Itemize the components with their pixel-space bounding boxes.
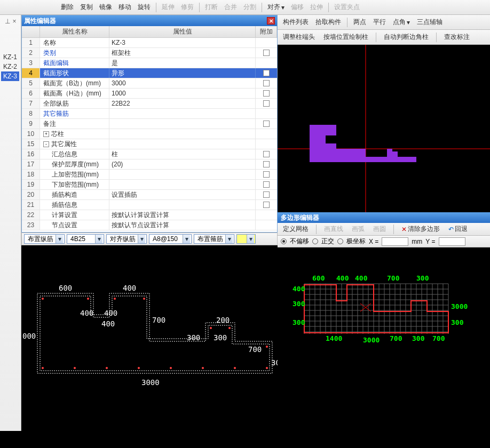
checkbox[interactable]: [263, 80, 270, 86]
align-button[interactable]: 对齐 ▾: [265, 2, 287, 13]
property-row[interactable]: 1名称KZ-3: [22, 38, 277, 48]
mirror-button[interactable]: 镜像: [97, 2, 114, 13]
close-icon[interactable]: ✕: [267, 17, 275, 25]
property-row[interactable]: 3截面编辑是: [22, 58, 277, 68]
property-row[interactable]: 5截面宽（B边）(mm)3000: [22, 78, 277, 89]
polar-radio[interactable]: [337, 238, 343, 244]
property-row[interactable]: 23节点设置按默认节点设置计算: [22, 220, 277, 230]
property-row[interactable]: 2类别框架柱: [22, 48, 277, 58]
checkbox[interactable]: [263, 50, 270, 56]
align-value-combo[interactable]: A8@150▾: [149, 234, 192, 244]
svg-text:300: 300: [214, 333, 227, 342]
pick-component-button[interactable]: 拾取构件: [313, 17, 343, 28]
split-button: 分割: [241, 2, 258, 13]
property-row[interactable]: 15-其它属性: [22, 139, 277, 149]
svg-point-26: [266, 367, 268, 369]
draw-line-button: 画直线: [322, 223, 345, 235]
checkbox[interactable]: [263, 121, 270, 127]
svg-point-17: [114, 298, 116, 300]
delete-button[interactable]: 删除: [59, 2, 76, 13]
model-viewport[interactable]: [278, 45, 490, 212]
polygon-coord-bar: 不偏移 正交 极坐标 X = mm Y =: [278, 236, 490, 247]
pin-icon[interactable]: ⊥: [5, 18, 10, 25]
ortho-radio[interactable]: [312, 238, 318, 244]
setgrip-button: 设置夹点: [332, 2, 362, 13]
pin-row: ⊥×: [0, 15, 21, 28]
property-row[interactable]: 9备注: [22, 119, 277, 129]
auto-judge-button[interactable]: 自动判断边角柱: [382, 31, 431, 43]
point-angle-button[interactable]: 点角 ▾: [391, 17, 412, 28]
checkbox[interactable]: [263, 100, 270, 107]
trim-button: 修剪: [179, 2, 196, 13]
property-editor-title[interactable]: 属性编辑器 ✕: [22, 15, 277, 26]
checkbox[interactable]: [263, 181, 270, 188]
clear-polygon-button[interactable]: ✕ 清除多边形: [399, 223, 442, 235]
close-icon[interactable]: ×: [12, 18, 16, 25]
checkbox[interactable]: [263, 151, 270, 157]
define-grid-button[interactable]: 定义网格: [281, 223, 311, 235]
svg-text:700: 700: [387, 274, 400, 282]
polygon-toolbar: 定义网格 画直线 画弧 画圆 ✕ 清除多边形 ↶ 回退: [278, 223, 490, 236]
property-editor: 属性编辑器 ✕ 属性名称 属性值 附加 1名称KZ-32类别框架柱3截面编辑是4…: [21, 15, 278, 233]
layout-hoop-combo[interactable]: 布置箍筋▾: [194, 234, 234, 244]
parallel-button[interactable]: 平行: [371, 17, 388, 28]
svg-text:700: 700: [248, 345, 262, 354]
stretch-button: 拉伸: [308, 2, 325, 13]
rotate-button[interactable]: 旋转: [136, 2, 153, 13]
svg-text:400: 400: [293, 285, 305, 293]
checkbox[interactable]: [263, 70, 270, 76]
svg-text:1400: 1400: [326, 334, 342, 342]
polygon-editor-title[interactable]: 多边形编辑器: [278, 212, 490, 223]
property-rows: 1名称KZ-32类别框架柱3截面编辑是4截面形状异形5截面宽（B边）(mm)30…: [22, 38, 277, 232]
three-point-button[interactable]: 三点辅轴: [415, 17, 445, 28]
checkbox[interactable]: [263, 191, 270, 198]
svg-point-24: [202, 367, 204, 369]
svg-point-15: [42, 298, 44, 300]
property-row[interactable]: 16汇总信息柱: [22, 149, 277, 159]
section-viewport[interactable]: 600 400 400 400 400 700 200 300 300 700 …: [21, 245, 278, 432]
property-row[interactable]: 17保护层厚度(mm)(20): [22, 159, 277, 170]
property-row[interactable]: 6截面高（H边）(mm)1000: [22, 89, 277, 99]
property-row[interactable]: 21插筋信息: [22, 200, 277, 210]
property-row[interactable]: 22计算设置按默认计算设置计算: [22, 210, 277, 220]
adjust-end-button[interactable]: 调整柱端头: [281, 31, 317, 43]
svg-text:400: 400: [101, 319, 115, 328]
property-row[interactable]: 7全部纵筋22B22: [22, 99, 277, 109]
undo-button[interactable]: ↶ 回退: [446, 223, 470, 235]
x-input[interactable]: [382, 237, 408, 246]
vertical-value-combo[interactable]: 4B25▾: [67, 234, 104, 244]
svg-text:300: 300: [187, 333, 200, 342]
layout-vertical-combo[interactable]: 布置纵筋▾: [24, 234, 65, 244]
move-button[interactable]: 移动: [116, 2, 133, 13]
property-row[interactable]: 19下加密范围(mm): [22, 180, 277, 190]
checkbox[interactable]: [263, 202, 270, 208]
svg-text:300: 300: [412, 334, 425, 342]
kz-item-3[interactable]: KZ-3: [1, 71, 19, 81]
y-label: Y =: [425, 238, 435, 245]
property-row[interactable]: 4截面形状异形: [22, 68, 277, 78]
svg-text:400: 400: [104, 309, 117, 317]
align-vertical-combo[interactable]: 对齐纵筋▾: [106, 234, 147, 244]
y-input[interactable]: [439, 237, 465, 246]
col-value-header: 属性值: [109, 26, 256, 37]
kz-item-1[interactable]: KZ-1: [1, 52, 19, 62]
checkbox[interactable]: [263, 90, 270, 97]
offset-button: 偏移: [289, 2, 306, 13]
no-offset-radio[interactable]: [281, 238, 287, 244]
by-wall-button[interactable]: 按墙位置绘制柱: [321, 31, 370, 43]
property-row[interactable]: 10+芯柱: [22, 129, 277, 139]
svg-text:600: 600: [59, 284, 72, 292]
component-list-button[interactable]: 构件列表: [281, 17, 311, 28]
property-row[interactable]: 8其它箍筋: [22, 109, 277, 119]
copy-button[interactable]: 复制: [78, 2, 95, 13]
hoop-color-combo[interactable]: ▾: [236, 234, 256, 244]
polygon-viewport[interactable]: 600 400 400 700 300 400 300 300 3000 300…: [278, 247, 490, 448]
checkbox[interactable]: [263, 171, 270, 178]
property-row[interactable]: 20插筋构造设置插筋: [22, 190, 277, 200]
property-row[interactable]: 18上加密范围(mm): [22, 170, 277, 180]
checkbox[interactable]: [263, 161, 270, 167]
view-mark-button[interactable]: 查改标注: [442, 31, 472, 43]
two-point-button[interactable]: 两点: [351, 17, 368, 28]
kz-item-2[interactable]: KZ-2: [1, 62, 19, 71]
svg-text:3000: 3000: [363, 336, 380, 344]
